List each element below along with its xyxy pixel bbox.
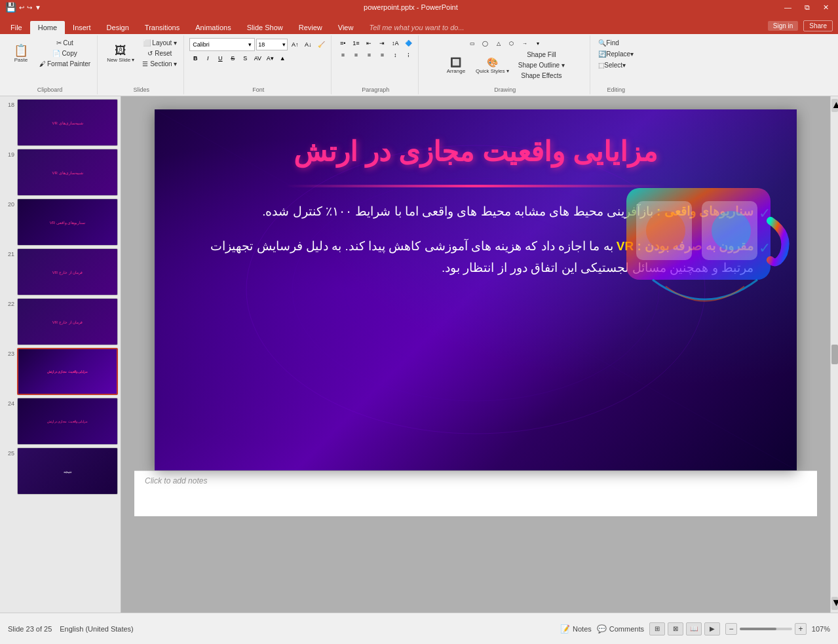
text-direction-button[interactable]: ↕A — [389, 38, 401, 48]
italic-button[interactable]: I — [202, 53, 214, 64]
window-title: powerpoint.pptx - PowerPoint — [41, 3, 780, 11]
minimize-button[interactable]: — — [780, 3, 795, 12]
paste-button[interactable]: 📋 Paste — [7, 38, 35, 69]
quick-access-toolbar[interactable]: 💾 ↩ ↪ ▼ — [5, 2, 41, 12]
slide-title[interactable]: مزایایی واقعیت مجازی در ارتش — [187, 136, 764, 168]
reset-button[interactable]: ↺ Reset — [140, 48, 180, 58]
bold-button[interactable]: B — [189, 53, 201, 64]
scroll-thumb[interactable] — [831, 345, 838, 364]
decrease-indent-button[interactable]: ⇤ — [363, 38, 375, 48]
slide-sorter-button[interactable]: ⊠ — [668, 622, 683, 635]
increase-indent-button[interactable]: ⇥ — [376, 38, 388, 48]
new-slide-button[interactable]: 🖼 New Slide ▾ — [103, 38, 138, 69]
tab-tellme[interactable]: Tell me what you want to do... — [361, 21, 472, 34]
strikethrough-button[interactable]: S — [227, 53, 238, 64]
bullets-button[interactable]: ≡• — [337, 38, 349, 48]
shape-1[interactable]: ▭ — [467, 38, 478, 48]
align-center-button[interactable]: ≡ — [350, 50, 362, 60]
font-name-dropdown[interactable]: Calibri▾ — [189, 38, 255, 51]
normal-view-button[interactable]: ⊞ — [649, 622, 665, 635]
zoom-level[interactable]: 107% — [809, 625, 830, 633]
window-controls[interactable]: — ⧉ ✕ — [780, 3, 833, 12]
smartart-button[interactable]: 🔷 — [402, 38, 414, 48]
zoom-slider[interactable] — [740, 628, 792, 630]
slide-thumb-23[interactable]: 23 مزایایی واقعیت مجازی در ارتش — [3, 348, 118, 395]
paragraph-label: Paragraph — [362, 86, 389, 93]
tab-file[interactable]: File — [3, 21, 30, 34]
slide-thumb-18[interactable]: 18 شبیه‌سازی‌های VR — [3, 99, 118, 146]
tab-review[interactable]: Review — [291, 21, 330, 34]
slide-thumb-25[interactable]: 25 نتیجه — [3, 447, 118, 495]
zoom-in-button[interactable]: + — [795, 623, 807, 635]
columns-button[interactable]: ⫶ — [402, 50, 414, 60]
shape-more[interactable]: ▾ — [532, 38, 544, 48]
slide-thumb-19[interactable]: 19 شبیه‌سازی‌های VR — [3, 149, 118, 196]
slide-thumb-22[interactable]: 22 فرمان از خارج VR — [3, 298, 118, 345]
format-painter-button[interactable]: 🖌 Format Painter — [37, 59, 93, 69]
restore-button[interactable]: ⧉ — [801, 3, 814, 12]
clipboard-group: 📋 Paste ✂ Cut 📄 Copy 🖌 Format Painter Cl… — [3, 35, 98, 94]
slide-body[interactable]: ✓ سناریوهای واقعی : بازآفرینی محیط های م… — [181, 201, 771, 289]
scroll-down-button[interactable]: ▼ — [831, 597, 838, 610]
justify-button[interactable]: ≡ — [376, 50, 388, 60]
drawing-group: ▭ ◯ △ ⬡ → ▾ 🔲 Arrange 🎨 Quick Styles ▾ S… — [420, 35, 590, 94]
find-button[interactable]: 🔍 Find — [596, 38, 621, 48]
tab-home[interactable]: Home — [30, 21, 65, 34]
zoom-out-button[interactable]: − — [725, 623, 737, 635]
underline-button[interactable]: U — [214, 53, 226, 64]
drawing-label: Drawing — [494, 86, 516, 93]
highlight-button[interactable]: ▲ — [276, 53, 288, 64]
copy-button[interactable]: 📄 Copy — [37, 48, 93, 58]
ribbon: 📋 Paste ✂ Cut 📄 Copy 🖌 Format Painter Cl… — [0, 34, 838, 96]
slide-canvas[interactable]: مزایایی واقعیت مجازی در ارتش ✓ سناریوهای… — [155, 109, 797, 470]
tab-transitions[interactable]: Transitions — [137, 21, 187, 34]
slideshow-button[interactable]: ▶ — [704, 622, 720, 635]
replace-button[interactable]: 🔄 Replace ▾ — [596, 49, 636, 59]
reading-view-button[interactable]: 📖 — [686, 622, 702, 635]
font-shrink-button[interactable]: A↓ — [302, 39, 314, 50]
arrange-button[interactable]: 🔲 Arrange — [443, 55, 469, 76]
char-spacing-button[interactable]: AV — [252, 53, 263, 64]
slide-count: Slide 23 of 25 — [8, 625, 52, 633]
line-spacing-button[interactable]: ↕ — [389, 50, 401, 60]
sign-in-button[interactable]: Sign in — [768, 21, 799, 31]
font-grow-button[interactable]: A↑ — [289, 39, 301, 50]
comments-toggle[interactable]: 💬 Comments — [597, 624, 644, 634]
shape-outline-button[interactable]: Shape Outline ▾ — [516, 60, 567, 70]
slide-thumb-20[interactable]: 20 سناریوهای واقعی VR — [3, 199, 118, 246]
slide-thumb-21[interactable]: 21 فرمان از خارج VR — [3, 248, 118, 295]
slide-point-2: ✓ مقرون به صرفه بودن : VR به ما اجازه دا… — [181, 236, 771, 278]
align-right-button[interactable]: ≡ — [363, 50, 375, 60]
font-size-dropdown[interactable]: 18▾ — [256, 39, 288, 50]
slide-thumb-24[interactable]: 24 مزایایی واقعیت مجازی در ارتش — [3, 398, 118, 445]
shadow-button[interactable]: S — [239, 53, 251, 64]
notes-area[interactable]: Click to add notes — [134, 470, 817, 516]
clear-format-button[interactable]: 🧹 — [315, 39, 327, 50]
numbering-button[interactable]: 1≡ — [350, 38, 362, 48]
font-color-button[interactable]: A▾ — [264, 53, 276, 64]
layout-button[interactable]: ⬜ Layout ▾ — [140, 38, 180, 48]
shape-effects-button[interactable]: Shape Effects — [516, 71, 567, 81]
close-button[interactable]: ✕ — [819, 3, 833, 12]
slide-area[interactable]: مزایایی واقعیت مجازی در ارتش ✓ سناریوهای… — [121, 96, 830, 613]
shape-3[interactable]: △ — [493, 38, 505, 48]
shape-4[interactable]: ⬡ — [506, 38, 518, 48]
cut-button[interactable]: ✂ Cut — [37, 38, 93, 48]
share-button[interactable]: Share — [803, 20, 833, 31]
right-scrollbar[interactable]: ▲ ▼ — [830, 96, 838, 613]
shape-2[interactable]: ◯ — [480, 38, 491, 48]
tab-design[interactable]: Design — [99, 21, 137, 34]
notes-label: Notes — [573, 625, 592, 633]
shape-fill-button[interactable]: Shape Fill — [516, 50, 567, 60]
tab-animations[interactable]: Animations — [187, 21, 238, 34]
quick-styles-button[interactable]: 🎨 Quick Styles ▾ — [472, 55, 513, 76]
tab-view[interactable]: View — [330, 21, 362, 34]
tab-insert[interactable]: Insert — [65, 21, 99, 34]
notes-toggle[interactable]: 📝 Notes — [560, 624, 592, 634]
shape-arrow[interactable]: → — [519, 38, 531, 48]
align-left-button[interactable]: ≡ — [337, 50, 349, 60]
select-button[interactable]: ⬚ Select ▾ — [596, 60, 628, 70]
scroll-up-button[interactable]: ▲ — [831, 99, 838, 112]
tab-slideshow[interactable]: Slide Show — [239, 21, 291, 34]
section-button[interactable]: ☰ Section ▾ — [140, 59, 180, 69]
